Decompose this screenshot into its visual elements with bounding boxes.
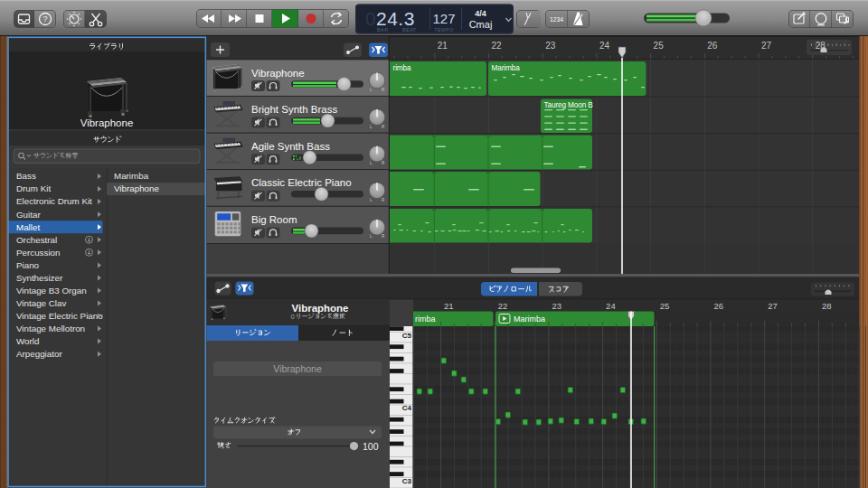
svg-text:?: ?: [42, 14, 47, 23]
svg-text:Orchestral: Orchestral: [16, 235, 57, 245]
svg-text:rimba: rimba: [415, 314, 436, 324]
svg-text:C5: C5: [402, 332, 412, 340]
svg-text:22: 22: [498, 301, 508, 311]
svg-text:Taureg Moon B: Taureg Moon B: [544, 101, 594, 109]
svg-text:Vibraphone: Vibraphone: [251, 68, 305, 79]
svg-text:1234: 1234: [550, 16, 563, 23]
svg-text:Agile Synth Bass: Agile Synth Bass: [251, 141, 330, 152]
svg-text:Vibraphone: Vibraphone: [114, 183, 159, 193]
svg-text:Vibraphone: Vibraphone: [273, 363, 322, 374]
svg-text:Vintage Clav: Vintage Clav: [16, 298, 66, 308]
svg-text:28: 28: [822, 301, 832, 311]
svg-text:Classic Electric Piano: Classic Electric Piano: [251, 177, 352, 188]
svg-text:Guitar: Guitar: [16, 210, 41, 220]
svg-text:Cmaj: Cmaj: [469, 19, 493, 30]
svg-text:27: 27: [768, 301, 778, 311]
svg-text:Piano: Piano: [16, 260, 40, 270]
svg-text:24: 24: [599, 41, 610, 51]
svg-text:Marimba: Marimba: [492, 64, 521, 72]
svg-text:World: World: [16, 336, 39, 346]
svg-text:25: 25: [660, 301, 670, 311]
svg-text:Bass: Bass: [16, 171, 36, 181]
svg-text:Marimba: Marimba: [114, 171, 149, 181]
svg-text:Percussion: Percussion: [16, 248, 60, 258]
svg-text:127: 127: [432, 11, 455, 26]
svg-text:rimba: rimba: [393, 64, 412, 72]
svg-text:Marimba: Marimba: [514, 314, 545, 324]
svg-text:26: 26: [707, 41, 718, 51]
svg-text:Drum Kit: Drum Kit: [16, 183, 51, 193]
svg-text:C4: C4: [402, 404, 412, 412]
svg-text:Vintage B3 Organ: Vintage B3 Organ: [16, 286, 87, 296]
svg-text:23: 23: [545, 41, 556, 51]
svg-text:27: 27: [761, 41, 772, 51]
svg-text:Vintage Electric Piano: Vintage Electric Piano: [16, 311, 103, 321]
svg-text:21: 21: [438, 41, 448, 51]
svg-text:Synthesizer: Synthesizer: [16, 273, 63, 283]
svg-text:100: 100: [363, 441, 379, 452]
svg-text:BEAT: BEAT: [402, 27, 417, 33]
svg-text:25: 25: [654, 41, 665, 51]
svg-text:23: 23: [552, 301, 561, 311]
svg-text:0: 0: [291, 313, 295, 321]
svg-text:Electronic Drum Kit: Electronic Drum Kit: [16, 196, 92, 206]
svg-text:C3: C3: [402, 477, 412, 485]
svg-text:26: 26: [714, 301, 724, 311]
svg-text:TEMPO: TEMPO: [434, 27, 454, 33]
svg-text:Vintage Mellotron: Vintage Mellotron: [16, 324, 85, 333]
svg-text:Vibraphone: Vibraphone: [291, 303, 348, 314]
svg-text:21: 21: [444, 301, 454, 311]
svg-text:Bright Synth Brass: Bright Synth Brass: [251, 104, 337, 115]
svg-text:22: 22: [492, 41, 503, 51]
svg-text:24: 24: [606, 301, 616, 311]
svg-text:0: 0: [365, 8, 376, 29]
svg-text:Mallet: Mallet: [16, 222, 40, 232]
svg-text:Arpeggiator: Arpeggiator: [16, 349, 62, 359]
svg-text:Vibraphone: Vibraphone: [80, 117, 134, 128]
svg-text:Big Room: Big Room: [251, 214, 297, 225]
svg-text:BAR: BAR: [377, 27, 389, 33]
svg-text:4/4: 4/4: [475, 9, 486, 18]
